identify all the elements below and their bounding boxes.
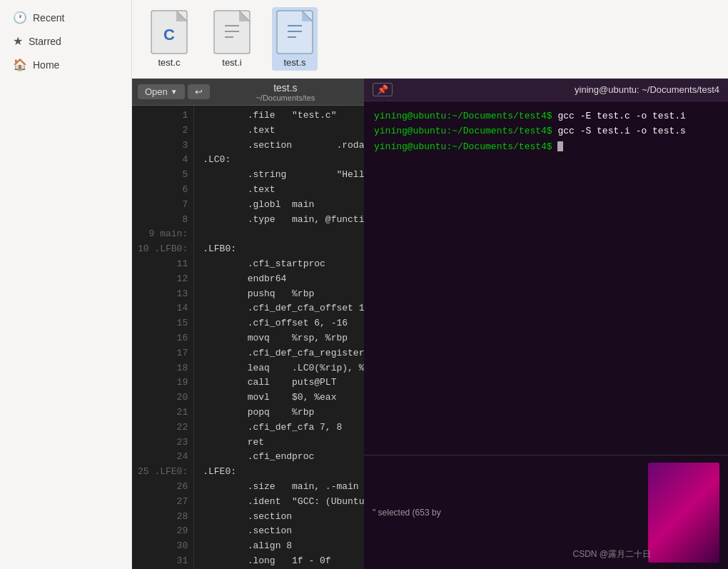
file-label-test-s: test.s bbox=[283, 57, 305, 68]
term-cmd-2: gcc -S test.i -o test.s bbox=[552, 126, 686, 136]
sidebar-item-recent[interactable]: 🕐 Recent bbox=[3, 6, 128, 29]
term-prompt-1: yining@ubuntu:~/Documents/test4$ bbox=[374, 111, 552, 121]
term-cursor bbox=[557, 141, 563, 151]
sidebar-item-starred-label: Starred bbox=[29, 36, 61, 47]
terminal-line-2: yining@ubuntu:~/Documents/test4$ gcc -S … bbox=[374, 124, 718, 139]
term-cmd-1: gcc -E test.c -o test.i bbox=[552, 111, 686, 121]
terminal-line-3: yining@ubuntu:~/Documents/test4$ bbox=[374, 139, 718, 154]
file-label-test-i: test.i bbox=[222, 57, 241, 68]
terminal: 📌 yining@ubuntu: ~/Documents/test4 yinin… bbox=[364, 79, 728, 455]
files-area: C test.c test.i bbox=[132, 0, 728, 79]
file-info: test.s ~/Documents/tes bbox=[213, 82, 358, 102]
star-icon: ★ bbox=[13, 34, 23, 48]
right-panel: 📌 yining@ubuntu: ~/Documents/test4 yinin… bbox=[364, 79, 728, 569]
sidebar-item-home[interactable]: 🏠 Home bbox=[3, 54, 128, 76]
file-icon-c: C bbox=[151, 10, 188, 54]
sidebar-item-recent-label: Recent bbox=[33, 12, 64, 24]
layout-row: Open ▼ ↩ test.s ~/Documents/tes 1 2 3 4 bbox=[132, 79, 728, 569]
terminal-title: yining@ubuntu: ~/Documents/test4 bbox=[575, 84, 719, 95]
main-area: C test.c test.i bbox=[132, 0, 728, 569]
history-button[interactable]: ↩ bbox=[188, 84, 210, 99]
code-editor: 1 2 3 4 5 6 7 8 9 main: 10 .LFB0: 11 12 … bbox=[132, 106, 364, 569]
terminal-line-1: yining@ubuntu:~/Documents/test4$ gcc -E … bbox=[374, 109, 718, 124]
watermark: CSDN @露月二十日 bbox=[572, 548, 651, 560]
recent-icon: 🕐 bbox=[13, 11, 27, 24]
term-prompt-2: yining@ubuntu:~/Documents/test4$ bbox=[374, 126, 552, 136]
open-button[interactable]: Open ▼ bbox=[138, 84, 185, 99]
file-item-test-s[interactable]: test.s bbox=[272, 7, 318, 71]
term-prompt-3: yining@ubuntu:~/Documents/test4$ bbox=[374, 141, 552, 152]
editor-filepath: ~/Documents/tes bbox=[213, 94, 358, 102]
bottom-panel: " selected (653 by bbox=[364, 455, 728, 569]
history-icon: ↩ bbox=[195, 86, 203, 97]
file-icon-s bbox=[276, 10, 313, 54]
home-icon: 🏠 bbox=[13, 58, 27, 71]
bottom-selected-text: " selected (653 by bbox=[373, 508, 441, 518]
terminal-header: 📌 yining@ubuntu: ~/Documents/test4 bbox=[364, 79, 728, 101]
file-icon-i bbox=[213, 10, 251, 54]
terminal-pin-button[interactable]: 📌 bbox=[373, 83, 393, 96]
sidebar-item-home-label: Home bbox=[33, 59, 59, 71]
svg-text:C: C bbox=[163, 26, 175, 44]
bottom-image bbox=[648, 463, 719, 563]
editor-filename: test.s bbox=[213, 82, 358, 94]
terminal-content[interactable]: yining@ubuntu:~/Documents/test4$ gcc -E … bbox=[364, 101, 728, 455]
file-label-test-c: test.c bbox=[158, 57, 180, 68]
term-cmd-3 bbox=[552, 141, 558, 152]
file-item-test-c[interactable]: C test.c bbox=[146, 7, 192, 71]
line-numbers: 1 2 3 4 5 6 7 8 9 main: 10 .LFB0: 11 12 … bbox=[132, 106, 194, 569]
editor-header: Open ▼ ↩ test.s ~/Documents/tes bbox=[132, 79, 364, 106]
sidebar-item-starred[interactable]: ★ Starred bbox=[3, 30, 128, 52]
code-content[interactable]: .file "test.c" .text .section .rodata .L… bbox=[194, 106, 364, 569]
sidebar: 🕐 Recent ★ Starred 🏠 Home bbox=[0, 0, 132, 569]
editor-panel: Open ▼ ↩ test.s ~/Documents/tes 1 2 3 4 bbox=[132, 79, 364, 569]
dropdown-arrow-icon: ▼ bbox=[171, 88, 178, 96]
file-item-test-i[interactable]: test.i bbox=[209, 7, 255, 71]
